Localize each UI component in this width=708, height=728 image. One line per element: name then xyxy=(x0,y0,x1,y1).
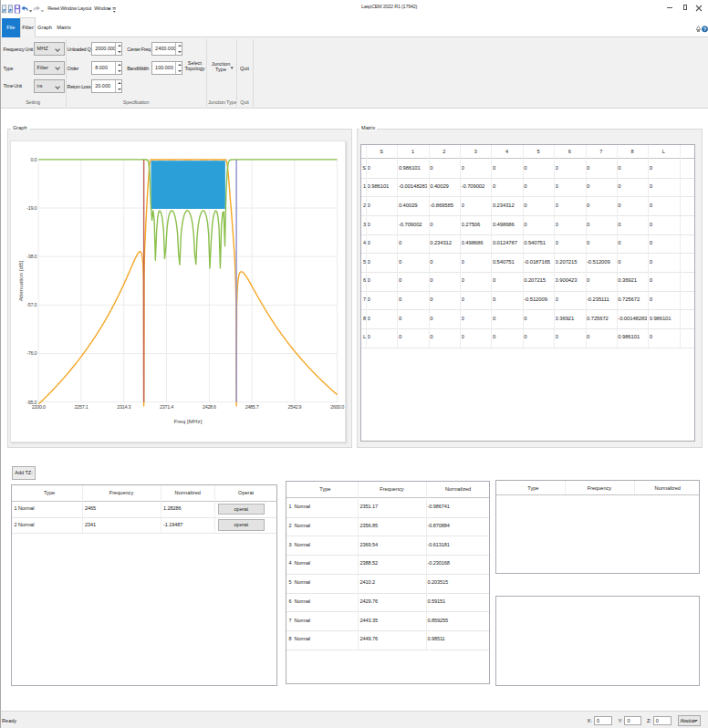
svg-text:2200.0: 2200.0 xyxy=(32,404,46,410)
svg-text:-57.0: -57.0 xyxy=(26,302,36,307)
svg-text:2600.0: 2600.0 xyxy=(330,404,344,410)
svg-text:-95.0: -95.0 xyxy=(26,400,36,405)
svg-text:2257.1: 2257.1 xyxy=(74,404,88,410)
svg-text:-38.0: -38.0 xyxy=(26,254,36,259)
svg-text:-19.0: -19.0 xyxy=(26,205,36,211)
svg-text:2485.7: 2485.7 xyxy=(245,404,259,410)
svg-text:2314.3: 2314.3 xyxy=(117,404,130,410)
svg-text:0.0: 0.0 xyxy=(31,157,37,162)
svg-text:?: ? xyxy=(703,26,707,32)
svg-text:Freq [MHz]: Freq [MHz] xyxy=(173,418,202,424)
svg-text:2428.6: 2428.6 xyxy=(203,404,216,410)
svg-text:2542.9: 2542.9 xyxy=(287,404,301,410)
svg-text:2371.4: 2371.4 xyxy=(160,404,173,410)
svg-text:Attenuation [dB]: Attenuation [dB] xyxy=(17,261,24,302)
svg-text:-76.0: -76.0 xyxy=(26,350,36,356)
